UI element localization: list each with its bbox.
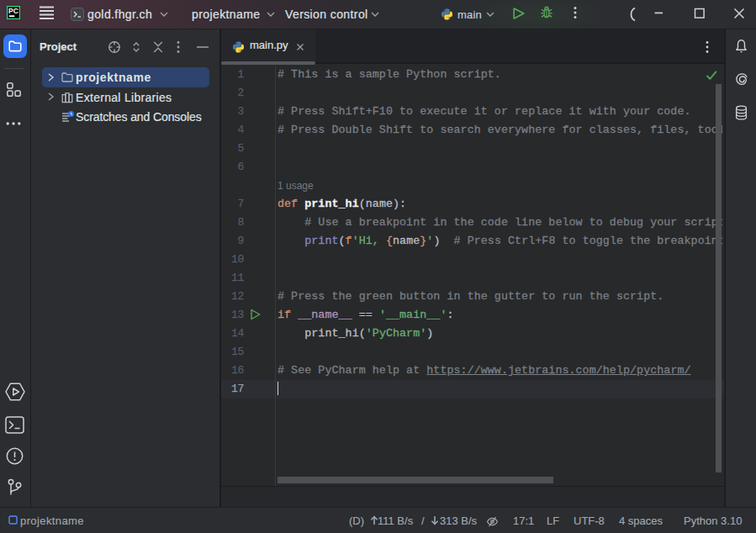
svg-text:PC: PC (8, 7, 19, 15)
